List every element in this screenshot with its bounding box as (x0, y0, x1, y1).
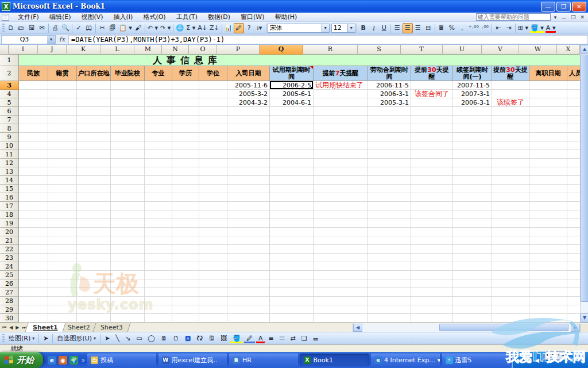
cell-S5[interactable]: 2005-3-1 (368, 98, 411, 107)
cell-P16[interactable] (227, 193, 270, 202)
row-header-27[interactable]: 27 (0, 288, 19, 297)
cell-R29[interactable] (314, 305, 368, 314)
cell-L9[interactable] (111, 133, 145, 141)
cell-O7[interactable] (199, 116, 227, 124)
cell-V18[interactable] (492, 210, 529, 219)
row-header-13[interactable]: 13 (0, 167, 19, 176)
taskbar-button-3[interactable]: 🗎HR (229, 354, 297, 366)
redo-icon[interactable]: ↷ ▾ (159, 23, 172, 33)
cell-L19[interactable] (111, 219, 145, 228)
cell-I18[interactable] (19, 210, 48, 219)
cell-M7[interactable] (145, 116, 172, 124)
cell-Q27[interactable] (270, 288, 314, 297)
cell-W6[interactable] (529, 107, 567, 116)
row-header-21[interactable]: 21 (0, 236, 19, 245)
cell-N26[interactable] (172, 279, 199, 288)
cell-W9[interactable] (529, 133, 567, 141)
cell-L17[interactable] (111, 202, 145, 210)
ie-quicklaunch-icon[interactable]: e (48, 356, 56, 365)
cell-J3[interactable] (48, 81, 77, 90)
cell-T14[interactable] (411, 176, 453, 185)
cell-R8[interactable] (314, 124, 368, 133)
cell-X5[interactable] (567, 98, 580, 107)
row-header-30[interactable]: 30 (0, 314, 19, 323)
cell-W8[interactable] (529, 124, 567, 133)
diagram-icon[interactable]: 🗘 (194, 334, 206, 344)
header-cell-U[interactable]: 续签到期时间(一) (453, 66, 492, 81)
spreadsheet-grid[interactable]: IJKLMNOPQRSTUVWX1人事信息库2民族籍贯户口所在地毕业院校专业学历… (0, 45, 580, 323)
cell-M4[interactable] (145, 90, 172, 98)
menu-item-8[interactable]: 帮助(H) (270, 12, 303, 22)
cell-W17[interactable] (529, 202, 567, 210)
cell-W7[interactable] (529, 116, 567, 124)
cell-U14[interactable] (453, 176, 492, 185)
cell-I29[interactable] (19, 305, 48, 314)
quick-launch-overflow-icon[interactable]: » (82, 357, 85, 363)
cell-V15[interactable] (492, 185, 529, 193)
cell-O14[interactable] (199, 176, 227, 185)
cell-V25[interactable] (492, 271, 529, 279)
cell-T17[interactable] (411, 202, 453, 210)
cell-J13[interactable] (48, 167, 77, 176)
decrease-indent-button[interactable]: ⇤ (493, 23, 504, 33)
cell-Q28[interactable] (270, 297, 314, 305)
header-cell-I[interactable]: 民族 (19, 66, 48, 81)
cell-M5[interactable] (145, 98, 172, 107)
cell-O21[interactable] (199, 236, 227, 245)
header-cell-R[interactable]: 提前7天提醒 (314, 66, 368, 81)
cell-W20[interactable] (529, 228, 567, 236)
cell-W26[interactable] (529, 279, 567, 288)
cell-K8[interactable] (77, 124, 111, 133)
cell-K17[interactable] (77, 202, 111, 210)
cell-K23[interactable] (77, 254, 111, 262)
cell-K16[interactable] (77, 193, 111, 202)
cell-S4[interactable]: 2006-3-1 (368, 90, 411, 98)
cell-I6[interactable] (19, 107, 48, 116)
cell-V14[interactable] (492, 176, 529, 185)
toolbar-grip[interactable] (2, 24, 5, 33)
font-size-combo[interactable]: 12▾ (331, 24, 355, 33)
cell-Q15[interactable] (270, 185, 314, 193)
cell-Q4[interactable]: 2005-6-1 (270, 90, 314, 98)
horizontal-scroll-thumb[interactable] (439, 324, 568, 331)
cell-R13[interactable] (314, 167, 368, 176)
row-header-18[interactable]: 18 (0, 210, 19, 219)
cell-O29[interactable] (199, 305, 227, 314)
language-pen-icon[interactable]: 🖉 (556, 353, 560, 358)
cell-L11[interactable] (111, 150, 145, 159)
align-center-button[interactable]: ☰ (403, 23, 413, 33)
cell-R10[interactable] (314, 141, 368, 150)
cell-N3[interactable] (172, 81, 199, 90)
header-cell-K[interactable]: 户口所在地 (77, 66, 111, 81)
cell-R24[interactable] (314, 262, 368, 271)
cell-R23[interactable] (314, 254, 368, 262)
row-header-2[interactable]: 2 (0, 66, 19, 81)
cell-J28[interactable] (48, 297, 77, 305)
3d-style-icon[interactable]: 🝙 (310, 334, 322, 344)
cell-O12[interactable] (199, 159, 227, 167)
row-header-12[interactable]: 12 (0, 159, 19, 167)
cell-S25[interactable] (368, 271, 411, 279)
cell-T8[interactable] (411, 124, 453, 133)
line-color-icon[interactable]: 🖉 (243, 334, 256, 344)
cell-W22[interactable] (529, 245, 567, 254)
cell-Q25[interactable] (270, 271, 314, 279)
cell-V29[interactable] (492, 305, 529, 314)
cell-Q17[interactable] (270, 202, 314, 210)
cell-K18[interactable] (77, 210, 111, 219)
cell-W11[interactable] (529, 150, 567, 159)
cell-T15[interactable] (411, 185, 453, 193)
cell-T28[interactable] (411, 297, 453, 305)
cell-J19[interactable] (48, 219, 77, 228)
spelling-icon[interactable]: ✓ (74, 23, 84, 33)
header-cell-J[interactable]: 籍贯 (48, 66, 77, 81)
italic-button[interactable]: I (369, 23, 379, 33)
cell-W15[interactable] (529, 185, 567, 193)
line-style-icon[interactable]: ≡ (265, 334, 276, 344)
cell-X3[interactable] (567, 81, 580, 90)
cell-O16[interactable] (199, 193, 227, 202)
cell-O26[interactable] (199, 279, 227, 288)
cell-P30[interactable] (227, 314, 270, 323)
currency-button[interactable]: 🖩 (436, 23, 447, 33)
insert-picture-icon[interactable]: 🖼 (218, 334, 230, 344)
